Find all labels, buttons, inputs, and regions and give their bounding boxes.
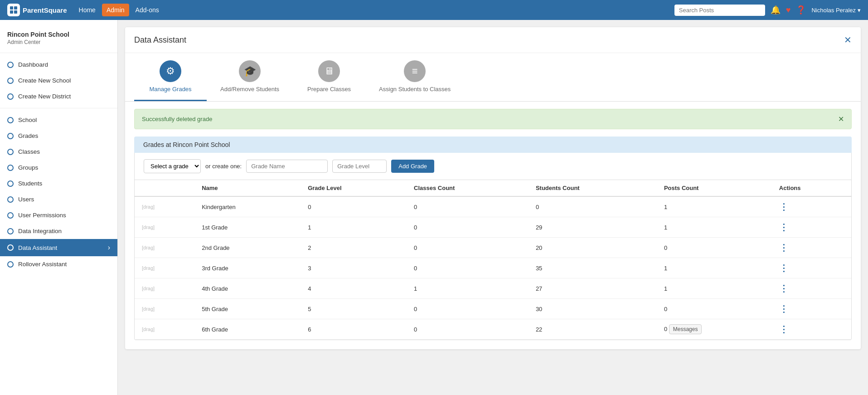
col-name: Name [194, 180, 301, 196]
col-posts-count: Posts Count [657, 180, 772, 196]
sidebar-item-school[interactable]: School [0, 112, 117, 128]
tab-content: Successfully deleted grade ✕ Grades at R… [125, 109, 861, 349]
data-assistant-panel: Data Assistant ✕ ⚙ Manage Grades 🎓 Add/R… [125, 27, 861, 349]
actions-menu-icon[interactable]: ⋮ [779, 283, 789, 293]
nav-admin[interactable]: Admin [102, 4, 129, 16]
tab-add-remove-students[interactable]: 🎓 Add/Remove Students [207, 53, 293, 101]
sidebar-item-user-permissions[interactable]: User Permissions [0, 207, 117, 223]
actions-menu-icon[interactable]: ⋮ [779, 202, 789, 212]
sidebar-item-data-assistant[interactable]: Data Assistant › [0, 239, 117, 256]
sidebar-item-dashboard[interactable]: Dashboard [0, 57, 117, 73]
sidebar-item-users[interactable]: Users [0, 191, 117, 207]
drag-handle[interactable]: [drag] [135, 319, 194, 340]
classes-count: 0 [407, 258, 529, 278]
logo[interactable]: ParentSquare [7, 4, 67, 16]
sidebar-dot [7, 196, 14, 203]
table-row: [drag] Kindergarten 0 0 0 1 ⋮ [135, 196, 851, 217]
actions-menu-icon[interactable]: ⋮ [779, 324, 789, 334]
sidebar-dot [7, 93, 14, 100]
grade-name-input[interactable] [246, 160, 328, 173]
col-actions: Actions [772, 180, 851, 196]
classes-count: 0 [407, 319, 529, 340]
drag-handle[interactable]: [drag] [135, 238, 194, 258]
actions-cell: ⋮ [772, 299, 851, 319]
col-classes-count: Classes Count [407, 180, 529, 196]
drag-handle[interactable]: [drag] [135, 217, 194, 238]
alert-close-icon[interactable]: ✕ [838, 115, 844, 123]
admin-center-label: Admin Center [7, 39, 110, 45]
sidebar-dot [7, 180, 14, 187]
success-alert: Successfully deleted grade ✕ [134, 109, 852, 129]
classes-count: 1 [407, 278, 529, 299]
tab-prepare-classes[interactable]: 🖥 Prepare Classes [293, 53, 365, 101]
grade-name: 5th Grade [194, 299, 301, 319]
bell-icon[interactable]: 🔔 [771, 5, 781, 15]
col-students-count: Students Count [529, 180, 657, 196]
col-drag [135, 180, 194, 196]
posts-count: 1 [657, 217, 772, 238]
grade-level-input[interactable] [332, 160, 387, 173]
table-row: [drag] 2nd Grade 2 0 20 0 ⋮ [135, 238, 851, 258]
classes-count: 0 [407, 299, 529, 319]
drag-handle[interactable]: [drag] [135, 258, 194, 278]
students-count: 29 [529, 217, 657, 238]
actions-menu-icon[interactable]: ⋮ [779, 304, 789, 314]
table-row: [drag] 5th Grade 5 0 30 0 ⋮ [135, 299, 851, 319]
grade-name: 1st Grade [194, 217, 301, 238]
nav-addons[interactable]: Add-ons [131, 4, 164, 16]
students-count: 0 [529, 196, 657, 217]
grade-name: 2nd Grade [194, 238, 301, 258]
actions-cell: ⋮ [772, 238, 851, 258]
drag-handle[interactable]: [drag] [135, 299, 194, 319]
sidebar-item-students[interactable]: Students [0, 176, 117, 191]
grade-name: 4th Grade [194, 278, 301, 299]
nav-right: 🔔 ♥ ❓ Nicholas Peralez ▾ [674, 5, 861, 16]
sidebar-item-grades[interactable]: Grades [0, 128, 117, 144]
help-icon[interactable]: ❓ [796, 5, 806, 15]
drag-handle[interactable]: [drag] [135, 278, 194, 299]
table-row: [drag] 1st Grade 1 0 29 1 ⋮ [135, 217, 851, 238]
sidebar-item-create-school[interactable]: Create New School [0, 73, 117, 88]
grade-name: Kindergarten [194, 196, 301, 217]
sidebar-dot [7, 228, 14, 234]
students-count: 20 [529, 238, 657, 258]
tab-assign-students[interactable]: ≡ Assign Students to Classes [365, 53, 464, 101]
posts-count: 1 [657, 196, 772, 217]
sidebar-item-classes[interactable]: Classes [0, 144, 117, 160]
classes-count: 0 [407, 217, 529, 238]
svg-rect-1 [14, 6, 17, 10]
col-grade-level: Grade Level [301, 180, 407, 196]
add-grade-button[interactable]: Add Grade [391, 160, 434, 173]
posts-count: 0 [657, 299, 772, 319]
students-count: 35 [529, 258, 657, 278]
drag-handle[interactable]: [drag] [135, 196, 194, 217]
students-count: 27 [529, 278, 657, 299]
actions-menu-icon[interactable]: ⋮ [779, 263, 789, 273]
grade-select[interactable]: Select a grade [144, 159, 201, 173]
main-content: Data Assistant ✕ ⚙ Manage Grades 🎓 Add/R… [118, 20, 868, 395]
students-count: 22 [529, 319, 657, 340]
actions-cell: ⋮ [772, 258, 851, 278]
sidebar-item-create-district[interactable]: Create New District [0, 88, 117, 104]
search-input[interactable] [674, 5, 765, 16]
close-icon[interactable]: ✕ [844, 34, 852, 45]
list-icon: ≡ [404, 60, 426, 82]
or-text: or create one: [205, 163, 242, 170]
posts-count: 1 [657, 278, 772, 299]
logo-icon [7, 4, 20, 16]
user-menu[interactable]: Nicholas Peralez ▾ [811, 7, 861, 14]
nav-links: Home Admin Add-ons [74, 4, 667, 16]
heart-icon[interactable]: ♥ [786, 5, 791, 15]
grade-level: 5 [301, 299, 407, 319]
sidebar-item-data-integration[interactable]: Data Integration [0, 223, 117, 239]
actions-menu-icon[interactable]: ⋮ [779, 222, 789, 232]
sidebar-item-rollover-assistant[interactable]: Rollover Assistant [0, 256, 117, 272]
messages-tooltip: Messages [669, 324, 702, 334]
grades-table: Name Grade Level Classes Count Students … [134, 180, 852, 340]
sidebar-item-groups[interactable]: Groups [0, 160, 117, 176]
actions-menu-icon[interactable]: ⋮ [779, 243, 789, 253]
tab-manage-grades[interactable]: ⚙ Manage Grades [134, 53, 207, 101]
posts-count: 1 [657, 258, 772, 278]
nav-home[interactable]: Home [74, 4, 100, 16]
classes-count: 0 [407, 238, 529, 258]
